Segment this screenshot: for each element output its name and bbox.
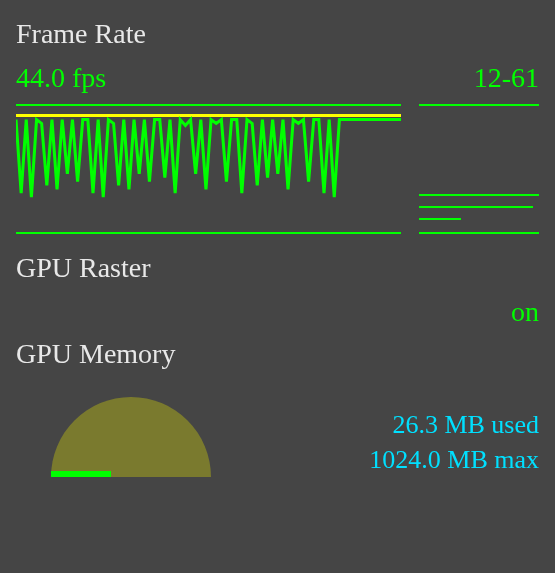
- side-graph: [419, 104, 539, 234]
- gpu-memory-section: GPU Memory 26.3 MB used 1024.0 MB max: [16, 338, 539, 477]
- memory-text: 26.3 MB used 1024.0 MB max: [369, 407, 539, 477]
- fps-range: 12-61: [474, 62, 539, 94]
- frame-rate-title: Frame Rate: [16, 18, 539, 50]
- svg-rect-0: [51, 471, 111, 477]
- side-bar: [419, 206, 533, 208]
- gpu-memory-title: GPU Memory: [16, 338, 539, 370]
- gauge-icon: [36, 382, 226, 477]
- side-bar: [419, 194, 539, 196]
- fps-graph: [16, 104, 401, 234]
- memory-max: 1024.0 MB max: [369, 442, 539, 477]
- memory-used: 26.3 MB used: [369, 407, 539, 442]
- fps-row: 44.0 fps 12-61: [16, 62, 539, 94]
- memory-gauge: [36, 382, 226, 477]
- frame-rate-section: Frame Rate 44.0 fps 12-61: [16, 18, 539, 234]
- gpu-raster-title: GPU Raster: [16, 252, 539, 284]
- gpu-raster-section: GPU Raster on: [16, 252, 539, 328]
- fps-line-icon: [16, 106, 401, 232]
- graph-row: [16, 104, 539, 234]
- fps-value: 44.0 fps: [16, 62, 106, 94]
- side-bar: [419, 218, 461, 220]
- gpu-raster-value: on: [16, 296, 539, 328]
- gpu-memory-row: 26.3 MB used 1024.0 MB max: [16, 382, 539, 477]
